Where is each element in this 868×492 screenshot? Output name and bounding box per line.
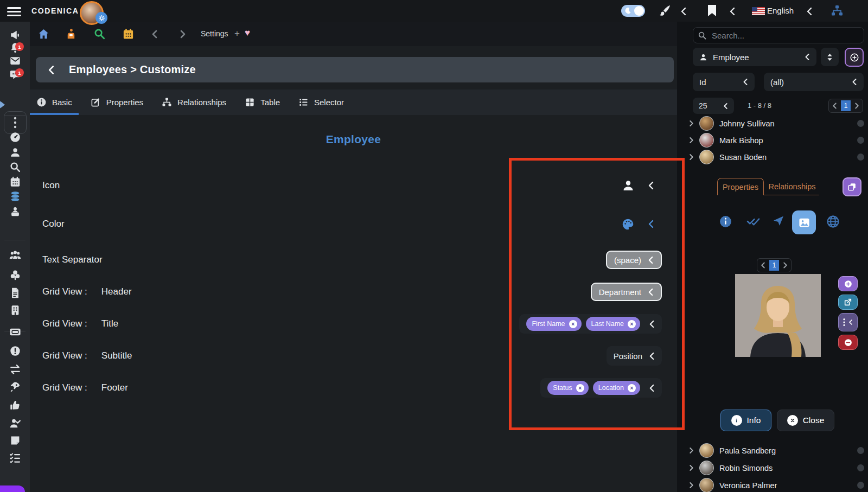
expand-row-icon[interactable] <box>689 482 694 489</box>
documents-icon[interactable] <box>9 287 21 299</box>
detail-current-page[interactable]: 1 <box>769 260 779 271</box>
grid-subtitle-dropdown[interactable]: Position <box>607 346 662 366</box>
copy-button[interactable] <box>843 177 861 196</box>
detail-info-icon[interactable] <box>719 215 732 228</box>
remove-chip-icon[interactable]: × <box>569 320 577 328</box>
notes-icon[interactable] <box>9 435 21 446</box>
approvals-thumb-icon[interactable] <box>9 399 21 411</box>
list-item[interactable]: Johnny Sullivan <box>689 115 868 132</box>
calendar-nav-icon[interactable] <box>122 28 135 40</box>
expand-chevron-icon[interactable] <box>648 181 654 190</box>
chevron-left-icon[interactable] <box>806 7 813 16</box>
hamburger-menu-icon[interactable] <box>7 5 21 18</box>
grid-header-dropdown[interactable]: Department <box>591 283 662 301</box>
back-chevron-icon[interactable] <box>48 65 55 75</box>
org-chart-icon[interactable] <box>830 4 844 17</box>
organization-icon[interactable] <box>9 304 21 316</box>
photo-open-external-button[interactable] <box>838 295 858 310</box>
expand-chevron-icon[interactable] <box>648 220 654 228</box>
expand-row-icon[interactable] <box>689 137 694 144</box>
page-prev-icon[interactable] <box>832 103 837 109</box>
info-button[interactable]: Info <box>720 410 771 431</box>
grid-footer-multiselect[interactable]: Status× Location× <box>540 378 662 398</box>
announcements-icon[interactable] <box>9 29 21 41</box>
grid-title-multiselect[interactable]: First Name× Last Name× <box>519 314 662 334</box>
photo-remove-button[interactable] <box>838 335 858 350</box>
remove-chip-icon[interactable]: × <box>576 384 584 392</box>
expand-row-icon[interactable] <box>689 154 694 161</box>
search-input[interactable] <box>693 27 864 43</box>
contacts-icon[interactable] <box>9 146 21 158</box>
tab-settings[interactable]: Settings <box>201 29 228 38</box>
close-button[interactable]: Close <box>777 410 834 431</box>
expand-row-icon[interactable] <box>689 447 694 454</box>
list-item[interactable]: Mark Bishop <box>689 132 868 149</box>
new-tab-button[interactable]: + <box>234 28 240 39</box>
list-item[interactable]: Susan Boden <box>689 149 868 165</box>
detail-tab-relationships[interactable]: Relationships <box>765 178 819 195</box>
employee-desk-icon[interactable] <box>65 28 77 40</box>
chevron-left-icon[interactable] <box>680 7 687 16</box>
calendar-icon[interactable] <box>9 176 21 188</box>
color-picker[interactable] <box>621 218 654 231</box>
icon-picker[interactable] <box>622 179 654 192</box>
expand-row-icon[interactable] <box>689 464 694 471</box>
list-item[interactable]: Robin Simonds <box>689 459 868 476</box>
page-size-dropdown[interactable]: 25 <box>693 98 734 114</box>
transfers-icon[interactable] <box>9 363 21 376</box>
entity-selector[interactable]: Employee <box>693 48 816 66</box>
assignments-person-check-icon[interactable] <box>9 417 21 430</box>
send-icon[interactable] <box>772 214 785 227</box>
tab-relationships[interactable]: Relationships <box>162 97 226 107</box>
launch-rocket-icon[interactable] <box>9 381 21 393</box>
page-prev-icon[interactable] <box>761 262 765 269</box>
integrations-icon[interactable] <box>9 269 21 281</box>
avatar-gear-icon[interactable] <box>95 12 107 24</box>
mail-icon[interactable] <box>9 55 21 67</box>
separator-dropdown[interactable]: (space) <box>606 251 662 269</box>
drag-menu-handle[interactable] <box>4 111 27 134</box>
list-item[interactable]: Veronica Palmer <box>689 477 868 492</box>
language-label[interactable]: English <box>767 6 794 15</box>
globe-icon[interactable] <box>826 215 840 228</box>
tasks-checklist-icon[interactable] <box>9 452 21 464</box>
cards-icon[interactable] <box>9 326 21 338</box>
current-page[interactable]: 1 <box>841 100 851 111</box>
image-tab-button[interactable] <box>792 210 816 234</box>
filter-dropdown[interactable]: (all) <box>764 73 864 91</box>
sort-field-dropdown[interactable]: Id <box>693 73 755 91</box>
page-next-icon[interactable] <box>854 103 859 109</box>
double-check-icon[interactable] <box>746 215 760 227</box>
search-icon[interactable] <box>9 161 21 173</box>
alerts-icon[interactable] <box>9 345 21 357</box>
tab-selector[interactable]: Selector <box>298 97 344 107</box>
remove-chip-icon[interactable]: × <box>628 384 636 392</box>
search-nav-icon[interactable] <box>93 28 106 40</box>
home-icon[interactable] <box>37 28 50 40</box>
photo-menu-button[interactable] <box>838 313 858 331</box>
list-item[interactable]: Paula Sandberg <box>689 442 868 459</box>
remove-chip-icon[interactable]: × <box>628 320 636 328</box>
teams-icon[interactable] <box>9 248 22 261</box>
field-sublabel: Subtitle <box>101 350 132 361</box>
tab-basic[interactable]: Basic <box>36 97 72 107</box>
page-next-icon[interactable] <box>783 262 788 269</box>
add-record-button[interactable] <box>845 48 864 67</box>
tab-table[interactable]: Table <box>245 97 280 107</box>
field-label: Text Separator <box>42 254 103 265</box>
database-icon[interactable] <box>9 190 21 202</box>
bookmark-icon[interactable] <box>707 4 717 17</box>
chevron-left-icon[interactable] <box>729 7 736 16</box>
dashboard-icon[interactable] <box>9 131 21 143</box>
panel-collapse-arrow-icon[interactable] <box>0 101 5 108</box>
expand-row-icon[interactable] <box>689 120 694 127</box>
history-forward-icon[interactable] <box>180 30 186 39</box>
dark-mode-toggle[interactable] <box>621 5 645 17</box>
workstation-icon[interactable] <box>9 206 21 218</box>
photo-add-button[interactable] <box>838 276 858 291</box>
theme-brush-icon[interactable] <box>659 4 672 17</box>
tab-properties[interactable]: Properties <box>91 97 143 107</box>
history-back-icon[interactable] <box>151 30 158 39</box>
detail-tab-properties[interactable]: Properties <box>717 178 764 195</box>
sort-button[interactable] <box>821 48 839 66</box>
